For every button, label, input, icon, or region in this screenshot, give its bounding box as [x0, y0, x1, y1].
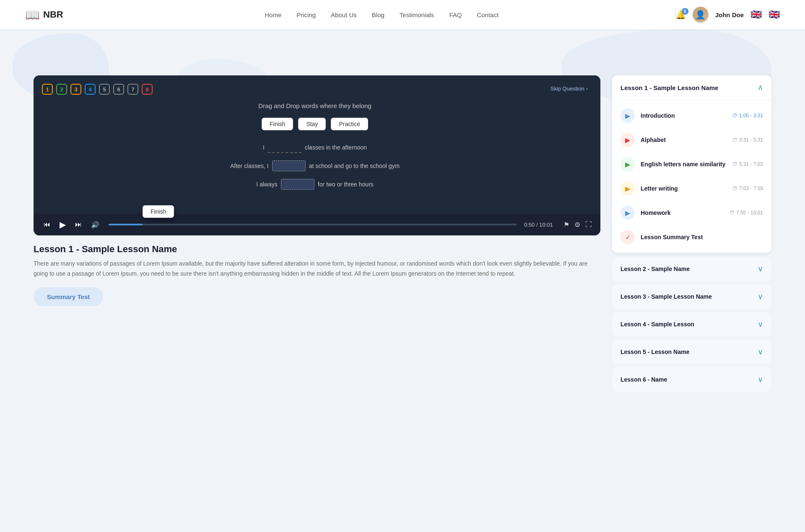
q-num-8[interactable]: 8 — [142, 84, 153, 95]
sentence-3: I always for two or three hours — [42, 179, 588, 190]
nav-pricing[interactable]: Pricing — [296, 11, 316, 18]
nav-faq[interactable]: FAQ — [449, 11, 462, 18]
sentence-2: After classes, I at school and go to the… — [42, 160, 588, 171]
clock-icon: ⏱ — [732, 113, 737, 119]
skip-question-button[interactable]: Skip Question › — [551, 85, 588, 92]
question-numbers: 1 2 3 4 5 6 7 8 Skip Question › — [42, 84, 588, 95]
progress-fill — [109, 224, 143, 225]
rewind-button[interactable]: ⏮ — [42, 220, 52, 229]
lesson-item-alphabet[interactable]: ▶ Alphabet ⏱ 3:31 - 5:31 — [612, 128, 771, 152]
quiz-title: Drag and Drop words where they belong — [42, 102, 588, 109]
dragging-word[interactable]: Finish — [143, 205, 174, 218]
item-icon-english-letters: ▶ — [621, 157, 635, 171]
fast-forward-button[interactable]: ⏭ — [73, 220, 83, 229]
collapsed-header-3[interactable]: Lesson 3 - Sample Lesson Name ∨ — [612, 284, 771, 309]
collapsed-title-5: Lesson 5 - Lesson Name — [621, 349, 689, 355]
navbar: 📖 NBR Home Pricing About Us Blog Testimo… — [0, 0, 805, 29]
avatar: 👤 — [693, 7, 709, 23]
quiz-area: 1 2 3 4 5 6 7 8 Skip Question › Drag and… — [34, 75, 600, 214]
drag-word-finish[interactable]: Finish — [262, 118, 293, 130]
nav-right: 🔔 6 👤 John Doe 🇬🇧 🇬🇧 — [675, 7, 780, 23]
q-num-5[interactable]: 5 — [99, 84, 110, 95]
nav-testimonials[interactable]: Testimonials — [400, 11, 434, 18]
drag-words: Finish Stay Practice — [42, 118, 588, 130]
collapsed-title-4: Lesson 4 - Sample Lesson — [621, 321, 694, 328]
drag-word-stay[interactable]: Stay — [298, 118, 326, 130]
collapsed-title-2: Lesson 2 - Sample Name — [621, 266, 690, 272]
nav-about[interactable]: About Us — [331, 11, 357, 18]
item-time-english-letters: ⏱ 5:31 - 7:03 — [732, 161, 763, 167]
progress-bar[interactable] — [109, 224, 517, 225]
lesson-item-summary-test[interactable]: ✓ Lesson Summary Test — [612, 225, 771, 249]
item-name-introduction: Introduction — [641, 112, 727, 119]
chevron-down-6: ∨ — [758, 375, 763, 384]
settings-button[interactable]: ⚙ — [574, 221, 580, 229]
drop-zone-2[interactable] — [272, 160, 306, 171]
collapsed-panel-5: Lesson 5 - Lesson Name ∨ — [612, 340, 771, 364]
fullscreen-button[interactable]: ⛶ — [585, 221, 592, 228]
sentence-1: I classes in the afternoon — [42, 142, 588, 153]
logo-icon: 📖 — [25, 8, 40, 22]
logo-text: NBR — [43, 9, 63, 20]
q-num-1[interactable]: 1 — [42, 84, 53, 95]
nav-links: Home Pricing About Us Blog Testimonials … — [88, 11, 675, 18]
item-icon-alphabet: ▶ — [621, 133, 635, 147]
collapsed-header-5[interactable]: Lesson 5 - Lesson Name ∨ — [612, 340, 771, 364]
drag-word-practice[interactable]: Practice — [331, 118, 368, 130]
item-icon-homework: ▶ — [621, 206, 635, 220]
item-time-homework: ⏱ 7:55 - 10:01 — [730, 210, 763, 216]
q-num-7[interactable]: 7 — [127, 84, 138, 95]
item-icon-letter-writing: ▶ — [621, 181, 635, 196]
lesson-item-homework[interactable]: ▶ Homework ⏱ 7:55 - 10:01 — [612, 201, 771, 225]
chevron-down-2: ∨ — [758, 264, 763, 274]
flag-en[interactable]: 🇬🇧 — [750, 9, 762, 20]
lesson-description: There are many variations of passages of… — [34, 259, 600, 279]
q-num-6[interactable]: 6 — [113, 84, 124, 95]
item-name-letter-writing: Letter writing — [641, 185, 727, 192]
play-button[interactable]: ▶ — [58, 219, 68, 230]
item-time-alphabet: ⏱ 3:31 - 5:31 — [732, 137, 763, 143]
chevron-down-5: ∨ — [758, 347, 763, 356]
collapsed-header-4[interactable]: Lesson 4 - Sample Lesson ∨ — [612, 312, 771, 336]
nav-home[interactable]: Home — [265, 11, 281, 18]
summary-test-button[interactable]: Summary Test — [34, 287, 103, 306]
q-num-4[interactable]: 4 — [85, 84, 96, 95]
chevron-down-4: ∨ — [758, 320, 763, 329]
collapsed-title-3: Lesson 3 - Sample Lesson Name — [621, 293, 712, 300]
collapsed-panel-6: Lesson 6 - Name ∨ — [612, 367, 771, 392]
volume-button[interactable]: 🔊 — [89, 220, 101, 230]
lesson-item-letter-writing[interactable]: ▶ Letter writing ⏱ 7:03 - 7:55 — [612, 176, 771, 201]
user-name: John Doe — [715, 11, 744, 18]
q-num-3[interactable]: 3 — [70, 84, 81, 95]
item-icon-summary-test: ✓ — [621, 230, 635, 244]
drop-zone-3[interactable] — [281, 179, 314, 190]
drop-zone-1[interactable] — [268, 142, 301, 153]
nav-blog[interactable]: Blog — [372, 11, 384, 18]
item-name-alphabet: Alphabet — [641, 137, 727, 143]
collapsed-header-2[interactable]: Lesson 2 - Sample Name ∨ — [612, 257, 771, 281]
collapsed-title-6: Lesson 6 - Name — [621, 376, 667, 383]
lesson-item-english-letters[interactable]: ▶ English letters name similarity ⏱ 5:31… — [612, 152, 771, 176]
flag-button[interactable]: ⚑ — [564, 221, 569, 229]
nav-contact[interactable]: Contact — [477, 11, 499, 18]
logo[interactable]: 📖 NBR — [25, 8, 63, 22]
item-icon-introduction: ▶ — [621, 108, 635, 123]
item-time-introduction: ⏱ 1:00 - 3:31 — [732, 113, 763, 119]
item-time-letter-writing: ⏱ 7:03 - 7:55 — [732, 186, 763, 191]
clock-icon-4: ⏱ — [732, 186, 737, 191]
notification-badge: 6 — [682, 8, 688, 15]
collapse-icon: ∧ — [758, 83, 763, 92]
flag-uk[interactable]: 🇬🇧 — [769, 9, 780, 20]
expanded-lesson-header[interactable]: Lesson 1 - Sample Lesson Name ∧ — [612, 75, 771, 100]
collapsed-header-6[interactable]: Lesson 6 - Name ∨ — [612, 367, 771, 392]
lesson-item-introduction[interactable]: ▶ Introduction ⏱ 1:00 - 3:31 — [612, 103, 771, 128]
lesson-title: Lesson 1 - Sample Lesson Name — [34, 244, 600, 255]
clock-icon-3: ⏱ — [732, 161, 737, 167]
q-num-2[interactable]: 2 — [56, 84, 67, 95]
item-name-summary-test: Lesson Summary Test — [641, 234, 763, 240]
notification-button[interactable]: 🔔 6 — [675, 10, 686, 20]
clock-icon-2: ⏱ — [732, 137, 737, 143]
item-name-homework: Homework — [641, 209, 724, 216]
main-content: 1 2 3 4 5 6 7 8 Skip Question › Drag and… — [0, 29, 805, 412]
collapsed-panel-3: Lesson 3 - Sample Lesson Name ∨ — [612, 284, 771, 309]
